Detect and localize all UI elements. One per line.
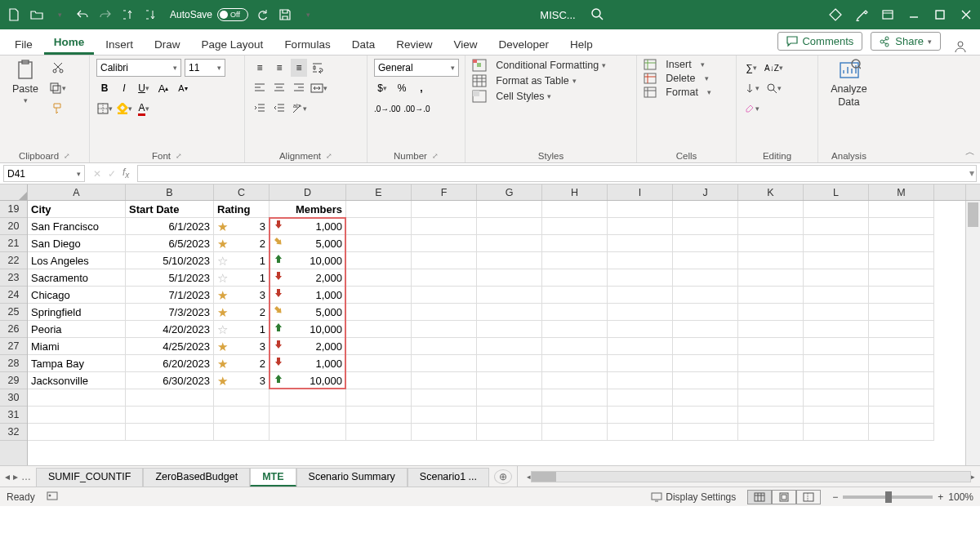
diamond-icon[interactable] <box>826 6 844 24</box>
cell[interactable]: San Diego <box>28 235 126 252</box>
cell[interactable]: Tampa Bay <box>28 355 126 372</box>
cell[interactable] <box>804 304 869 321</box>
cell[interactable] <box>869 235 934 252</box>
cell[interactable] <box>673 372 738 389</box>
cell[interactable]: ☆1 <box>214 321 270 338</box>
cell[interactable]: ★3 <box>214 338 270 355</box>
cell[interactable]: 1,000 <box>270 287 346 304</box>
zoom-level[interactable]: 100% <box>948 491 973 503</box>
clipboard-launcher-icon[interactable]: ⤢ <box>64 152 70 160</box>
conditional-formatting-button[interactable]: Conditional Formatting▾ <box>472 59 606 72</box>
font-launcher-icon[interactable]: ⤢ <box>176 152 182 160</box>
insert-cells-button[interactable]: Insert ▾ <box>644 59 711 70</box>
cell[interactable]: ☆1 <box>214 252 270 269</box>
cell[interactable] <box>608 235 673 252</box>
cell[interactable] <box>673 269 738 287</box>
cell[interactable] <box>869 304 934 321</box>
cell[interactable]: 1,000 <box>270 218 346 235</box>
cell[interactable] <box>346 407 412 424</box>
cell[interactable] <box>608 321 673 338</box>
cell[interactable] <box>346 269 412 287</box>
format-painter-icon[interactable] <box>49 100 66 118</box>
decrease-indent-icon[interactable] <box>252 100 268 118</box>
cell[interactable] <box>412 424 477 441</box>
row-header[interactable]: 28 <box>0 355 27 372</box>
row-header[interactable]: 25 <box>0 304 27 321</box>
cell[interactable] <box>477 321 542 338</box>
cell[interactable] <box>412 338 477 355</box>
wrap-text-icon[interactable] <box>310 59 327 77</box>
cell[interactable] <box>346 389 412 407</box>
cell[interactable] <box>542 252 608 269</box>
sheet-nav-more-icon[interactable]: … <box>21 471 31 482</box>
tab-view[interactable]: View <box>443 33 487 55</box>
cell[interactable] <box>804 252 869 269</box>
cell[interactable] <box>346 252 412 269</box>
orientation-icon[interactable]: ab▾ <box>291 100 307 118</box>
save-icon[interactable] <box>276 6 294 24</box>
cell[interactable] <box>673 287 738 304</box>
cell[interactable] <box>270 407 346 424</box>
cell[interactable] <box>477 355 542 372</box>
cell[interactable] <box>346 355 412 372</box>
row-header[interactable]: 29 <box>0 372 27 389</box>
cell[interactable]: 10,000 <box>270 321 346 338</box>
formula-bar[interactable]: ▾ <box>137 165 977 182</box>
cell[interactable] <box>542 287 608 304</box>
fill-icon[interactable]: ▾ <box>743 79 760 97</box>
paste-button[interactable]: Paste▾ <box>7 59 44 104</box>
cell[interactable]: Miami <box>28 338 126 355</box>
align-middle-icon[interactable]: ≡ <box>271 59 287 77</box>
cell[interactable] <box>738 338 804 355</box>
cell[interactable] <box>412 201 477 218</box>
horizontal-scrollbar[interactable]: ◂▸ <box>522 466 980 487</box>
cell[interactable] <box>869 269 934 287</box>
align-right-icon[interactable] <box>291 79 307 97</box>
cell[interactable] <box>542 269 608 287</box>
cell[interactable] <box>869 201 934 218</box>
cell[interactable]: 5,000 <box>270 304 346 321</box>
cell[interactable]: 5/1/2023 <box>126 269 214 287</box>
cell[interactable] <box>477 201 542 218</box>
cell[interactable] <box>608 424 673 441</box>
cell[interactable] <box>608 218 673 235</box>
cell[interactable]: 1,000 <box>270 355 346 372</box>
cell[interactable] <box>608 304 673 321</box>
cell[interactable] <box>869 355 934 372</box>
display-settings-button[interactable]: Display Settings <box>651 491 736 503</box>
tab-review[interactable]: Review <box>386 33 442 55</box>
cell[interactable] <box>412 355 477 372</box>
cell[interactable] <box>346 372 412 389</box>
zoom-slider[interactable] <box>843 495 933 499</box>
copy-icon[interactable]: ▾ <box>49 79 66 97</box>
cell[interactable] <box>542 389 608 407</box>
cell[interactable] <box>738 252 804 269</box>
cell[interactable]: ★3 <box>214 372 270 389</box>
macro-record-icon[interactable] <box>47 490 58 504</box>
zoom-in-icon[interactable]: + <box>938 491 943 503</box>
analyze-data-button[interactable]: Analyze Data <box>825 59 873 108</box>
cell[interactable] <box>477 218 542 235</box>
cell[interactable] <box>869 372 934 389</box>
cell[interactable] <box>214 389 270 407</box>
cell[interactable] <box>869 338 934 355</box>
column-header[interactable]: G <box>477 184 542 200</box>
cell[interactable]: Chicago <box>28 287 126 304</box>
cell[interactable] <box>738 372 804 389</box>
tab-home[interactable]: Home <box>44 31 95 55</box>
increase-font-icon[interactable]: A▴ <box>155 79 172 97</box>
cell[interactable] <box>869 321 934 338</box>
cell[interactable] <box>608 269 673 287</box>
sheet-nav-prev-icon[interactable]: ◂ <box>5 471 10 482</box>
increase-indent-icon[interactable] <box>271 100 287 118</box>
tab-file[interactable]: File <box>5 33 42 55</box>
bold-button[interactable]: B <box>96 79 113 97</box>
column-header[interactable]: D <box>270 184 346 200</box>
cell[interactable] <box>738 201 804 218</box>
cell[interactable] <box>673 252 738 269</box>
cell[interactable] <box>869 218 934 235</box>
cell[interactable] <box>28 389 126 407</box>
qat-dropdown-icon[interactable]: ▾ <box>51 6 69 24</box>
cell[interactable]: 5/10/2023 <box>126 252 214 269</box>
cell[interactable]: Springfield <box>28 304 126 321</box>
